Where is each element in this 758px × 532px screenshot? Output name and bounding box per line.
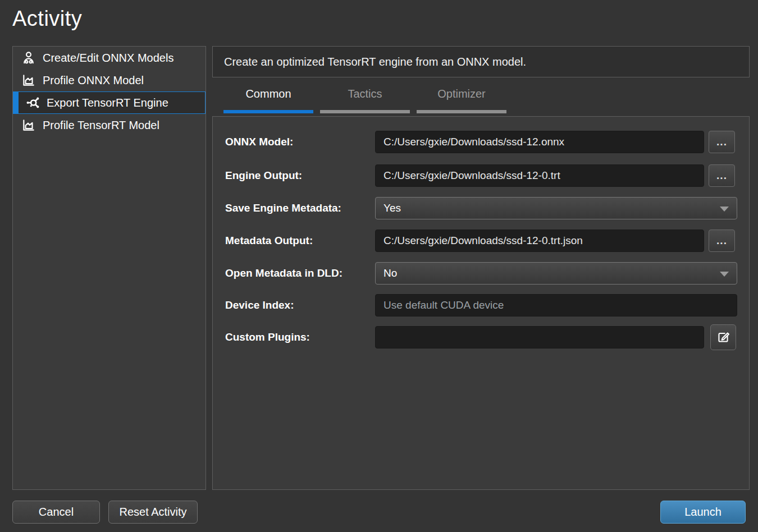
device-index-label: Device Index: xyxy=(225,294,294,317)
sidebar-item-label: Profile ONNX Model xyxy=(43,74,144,87)
activity-list: Create/Edit ONNX Models Profile ONNX Mod… xyxy=(12,46,206,490)
form-row-onnx-model: ONNX Model: ... xyxy=(213,131,749,153)
metadata-output-input[interactable] xyxy=(375,230,704,252)
area-chart-icon xyxy=(21,117,36,133)
reset-activity-button[interactable]: Reset Activity xyxy=(108,501,198,524)
launch-button[interactable]: Launch xyxy=(660,501,746,524)
activity-description-text: Create an optimized TensorRT engine from… xyxy=(224,56,526,68)
device-index-input[interactable] xyxy=(375,294,737,317)
sidebar-item-create-edit-onnx[interactable]: Create/Edit ONNX Models xyxy=(13,47,206,69)
dropdown-selected-value: No xyxy=(383,267,397,279)
engine-output-input[interactable] xyxy=(375,164,704,187)
open-metadata-dld-label: Open Metadata in DLD: xyxy=(225,262,343,285)
sidebar-item-label: Create/Edit ONNX Models xyxy=(43,52,173,65)
save-engine-metadata-label: Save Engine Metadata: xyxy=(225,197,341,219)
onnx-model-label: ONNX Model: xyxy=(225,131,293,153)
network-graph-icon xyxy=(25,95,40,111)
form-row-save-engine-metadata: Save Engine Metadata: Yes xyxy=(213,197,749,219)
engine-output-browse-button[interactable]: ... xyxy=(709,164,735,187)
engine-output-label: Engine Output: xyxy=(225,164,302,187)
chevron-down-icon xyxy=(720,207,729,212)
form-row-open-metadata-dld: Open Metadata in DLD: No xyxy=(213,262,749,285)
tab-tactics[interactable]: Tactics xyxy=(320,84,410,113)
activity-description: Create an optimized TensorRT engine from… xyxy=(212,46,750,77)
activity-dialog: Activity Create/Edit ONNX Models P xyxy=(0,0,758,532)
person-nodes-icon xyxy=(21,50,36,66)
sidebar-item-label: Export TensorRT Engine xyxy=(47,97,168,109)
tab-optimizer[interactable]: Optimizer xyxy=(417,84,506,113)
form-row-device-index: Device Index: xyxy=(213,294,749,317)
page-title: Activity xyxy=(12,7,82,31)
metadata-output-browse-button[interactable]: ... xyxy=(709,230,735,252)
chevron-down-icon xyxy=(720,272,729,277)
edit-pencil-icon xyxy=(716,330,730,345)
custom-plugins-edit-button[interactable] xyxy=(710,324,736,350)
onnx-model-browse-button[interactable]: ... xyxy=(709,131,735,153)
open-metadata-dld-dropdown[interactable]: No xyxy=(375,262,737,285)
metadata-output-label: Metadata Output: xyxy=(225,230,313,252)
form-row-custom-plugins: Custom Plugins: xyxy=(213,326,749,348)
custom-plugins-input[interactable] xyxy=(375,326,704,348)
sidebar-item-profile-onnx[interactable]: Profile ONNX Model xyxy=(13,69,206,91)
form-row-engine-output: Engine Output: ... xyxy=(213,164,749,187)
area-chart-icon xyxy=(21,72,36,88)
sidebar-item-profile-tensorrt[interactable]: Profile TensorRT Model xyxy=(13,114,206,136)
onnx-model-input[interactable] xyxy=(375,131,704,153)
dropdown-selected-value: Yes xyxy=(383,202,401,214)
sidebar-item-label: Profile TensorRT Model xyxy=(43,119,159,132)
cancel-button[interactable]: Cancel xyxy=(12,501,100,524)
form-row-metadata-output: Metadata Output: ... xyxy=(213,230,749,252)
custom-plugins-label: Custom Plugins: xyxy=(225,326,310,348)
sidebar-item-export-tensorrt[interactable]: Export TensorRT Engine xyxy=(13,91,206,114)
save-engine-metadata-dropdown[interactable]: Yes xyxy=(375,197,737,219)
common-tab-panel: ONNX Model: ... Engine Output: ... Save … xyxy=(212,116,750,490)
tab-common[interactable]: Common xyxy=(223,84,313,113)
